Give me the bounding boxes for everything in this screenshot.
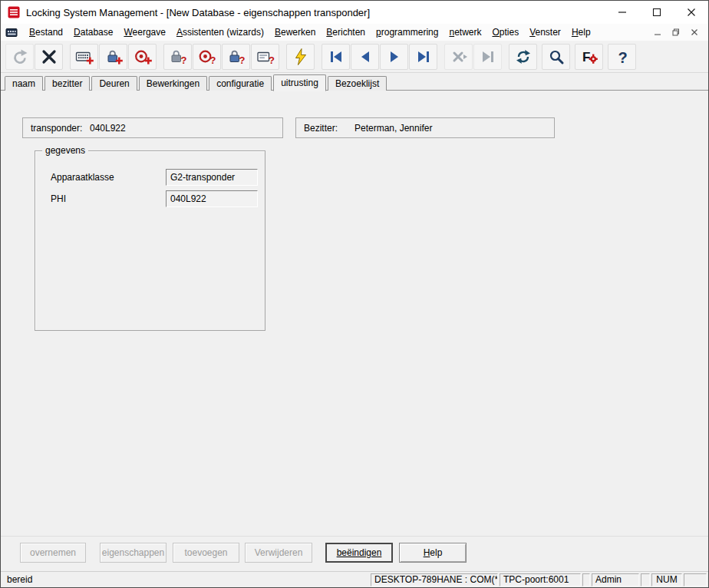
read-lock-button[interactable]: ? — [163, 44, 192, 70]
help-toolbar-button[interactable]: ? — [608, 44, 636, 70]
tab-naam[interactable]: naam — [5, 76, 43, 91]
menu-item-berichten[interactable]: Berichten — [321, 25, 371, 39]
menu-item-bewerken[interactable]: Bewerken — [269, 25, 321, 39]
tabstrip: naam bezitter Deuren Bewerkingen configu… — [1, 73, 708, 91]
undo-arrow-icon — [11, 48, 29, 66]
lock-question-alt-icon: ? — [227, 48, 246, 66]
status-panel-tcp-port: TPC-poort:6001 — [500, 573, 581, 586]
f-gear-icon: F — [580, 48, 599, 66]
maximize-icon — [652, 8, 661, 17]
lock-plus-icon — [104, 48, 123, 66]
svg-text:?: ? — [239, 54, 245, 65]
toevoegen-button: toevoegen — [173, 543, 239, 563]
search-button[interactable] — [542, 44, 570, 70]
program-button[interactable] — [286, 44, 315, 70]
refresh-icon — [514, 48, 533, 66]
card-question-icon: ? — [256, 48, 275, 66]
status-text: bereid — [1, 574, 369, 585]
transponder-question-icon: ? — [198, 48, 216, 66]
app-window: Locking System Management - [New Databas… — [0, 0, 709, 588]
tab-configuratie[interactable]: configuratie — [209, 76, 272, 91]
phi-label: PHI — [51, 193, 66, 204]
tab-bewerkingen[interactable]: Bewerkingen — [139, 76, 207, 91]
gegevens-legend: gegevens — [42, 145, 88, 156]
nav-next-icon — [385, 48, 404, 66]
maximize-button[interactable] — [639, 1, 674, 24]
nav-first-icon — [327, 48, 345, 66]
svg-text:?: ? — [618, 48, 627, 65]
new-lock-button[interactable] — [99, 44, 127, 70]
beeindigen-button[interactable]: beëindigen — [325, 543, 393, 563]
close-button[interactable] — [674, 1, 708, 24]
bezitter-value: Peterman, Jennifer — [354, 123, 432, 134]
last-record-button[interactable] — [409, 44, 437, 70]
first-record-button[interactable] — [322, 44, 350, 70]
status-panel-connection: DESKTOP-789HANE : COM(*) — [371, 573, 498, 586]
menu-item-programmering[interactable]: programmering — [371, 25, 444, 39]
minimize-icon — [618, 8, 627, 17]
filter-settings-button[interactable]: F — [575, 44, 603, 70]
menu-item-bestand[interactable]: Bestand — [24, 25, 68, 39]
phi-row: PHI — [35, 190, 265, 207]
status-panel-user: Admin — [592, 573, 639, 586]
menu-item-venster[interactable]: Venster — [524, 25, 566, 39]
close-icon — [687, 8, 696, 17]
window-title: Locking System Management - [New Databas… — [26, 7, 605, 18]
menu-item-help[interactable]: Help — [566, 25, 596, 39]
tab-uitrusting[interactable]: uitrusting — [273, 74, 326, 91]
mdi-close-button[interactable] — [688, 27, 701, 38]
skip-to-last-button — [473, 44, 502, 70]
next-record-button[interactable] — [380, 44, 408, 70]
tab-deuren[interactable]: Deuren — [91, 76, 137, 91]
cancel-record-button — [444, 44, 473, 70]
help-button[interactable]: Help — [399, 543, 467, 563]
bezitter-label: Bezitter: — [296, 123, 354, 134]
svg-text:?: ? — [269, 54, 275, 65]
menu-item-database[interactable]: Database — [68, 25, 118, 39]
menu-item-assistenten[interactable]: Assistenten (wizards) — [171, 25, 269, 39]
menu-item-weergave[interactable]: Weergave — [118, 25, 170, 39]
transponder-frame: transponder: 040L922 — [22, 117, 283, 138]
transponder-value: 040L922 — [90, 123, 126, 134]
new-locking-system-button[interactable] — [70, 44, 98, 70]
app-icon — [8, 6, 20, 18]
mdi-minimize-button[interactable] — [651, 27, 664, 38]
lock-question-icon: ? — [169, 48, 187, 66]
undo-button — [5, 44, 34, 70]
mdi-restore-button[interactable] — [670, 27, 682, 38]
apparaatklasse-input[interactable] — [166, 169, 258, 186]
nav-last-gray-icon — [479, 48, 497, 66]
content-area: transponder: 040L922 Bezitter: Peterman,… — [1, 91, 708, 536]
tab-bezitter[interactable]: bezitter — [45, 76, 90, 91]
footer-button-bar: overnemen eigenschappen toevoegen Verwij… — [1, 536, 708, 571]
mdi-document-icon[interactable] — [5, 26, 18, 38]
apparaatklasse-label: Apparaatklasse — [51, 172, 114, 183]
phi-input[interactable] — [166, 190, 258, 207]
menu-item-opties[interactable]: Opties — [486, 25, 524, 39]
previous-record-button[interactable] — [351, 44, 379, 70]
mdi-window-controls — [651, 27, 704, 38]
menubar: Bestand Database Weergave Assistenten (w… — [1, 24, 708, 41]
status-panel-empty-3 — [684, 573, 707, 586]
read-transponder-button[interactable]: ? — [193, 44, 221, 70]
menu-item-netwerk[interactable]: netwerk — [444, 25, 486, 39]
overnemen-button: overnemen — [20, 543, 86, 563]
verwijderen-button: Verwijderen — [245, 543, 312, 563]
mdi-minimize-icon — [654, 28, 661, 36]
status-panel-empty-1 — [582, 573, 590, 586]
new-transponder-button[interactable] — [128, 44, 157, 70]
transponder-label: transponder: — [23, 123, 90, 134]
nav-last-icon — [414, 48, 433, 66]
minimize-button[interactable] — [605, 1, 639, 24]
gegevens-groupbox: gegevens Apparaatklasse PHI — [35, 150, 265, 331]
read-card-button[interactable]: ? — [251, 44, 279, 70]
toolbar: ? ? ? ? — [1, 41, 708, 73]
transponder-plus-icon — [134, 48, 152, 66]
statusbar: bereid DESKTOP-789HANE : COM(*) TPC-poor… — [1, 571, 708, 587]
refresh-button[interactable] — [509, 44, 537, 70]
search-icon — [547, 48, 566, 66]
read-lock-alt-button[interactable]: ? — [222, 44, 250, 70]
status-panel-num-lock: NUM — [651, 573, 682, 586]
disconnect-button[interactable] — [35, 44, 63, 70]
tab-bezoeklijst[interactable]: Bezoeklijst — [328, 76, 387, 91]
